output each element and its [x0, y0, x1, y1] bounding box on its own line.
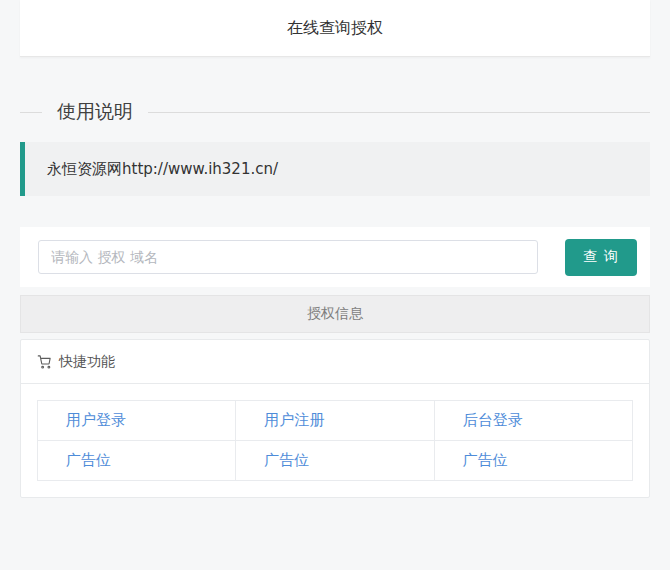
link-admin-login[interactable]: 后台登录 [463, 411, 523, 429]
heading-divider-right [148, 112, 650, 113]
table-cell: 广告位 [434, 441, 632, 481]
top-bar: 在线查询授权 [20, 0, 650, 57]
quick-functions-card: 快捷功能 用户登录 用户注册 后台登录 广告位 广告位 广告位 [20, 339, 650, 498]
table-cell: 后台登录 [434, 401, 632, 441]
table-cell: 广告位 [236, 441, 434, 481]
link-user-login[interactable]: 用户登录 [66, 411, 126, 429]
heading-divider-left [20, 112, 42, 113]
table-row: 用户登录 用户注册 后台登录 [38, 401, 633, 441]
auth-info-bar: 授权信息 [20, 295, 650, 333]
page-container: 在线查询授权 使用说明 永恒资源网http://www.ih321.cn/ 查 … [20, 0, 650, 498]
query-button[interactable]: 查 询 [565, 239, 637, 276]
notice-box: 永恒资源网http://www.ih321.cn/ [20, 142, 650, 196]
table-cell: 用户注册 [236, 401, 434, 441]
usage-heading-label: 使用说明 [57, 99, 133, 125]
quick-functions-body: 用户登录 用户注册 后台登录 广告位 广告位 广告位 [21, 384, 649, 497]
link-ad-slot-3[interactable]: 广告位 [463, 451, 508, 469]
notice-text: 永恒资源网http://www.ih321.cn/ [47, 160, 278, 179]
table-cell: 广告位 [38, 441, 236, 481]
page-title: 在线查询授权 [287, 18, 383, 39]
table-cell: 用户登录 [38, 401, 236, 441]
cart-icon [37, 354, 52, 369]
quick-functions-header: 快捷功能 [21, 340, 649, 384]
domain-search-input[interactable] [38, 240, 538, 274]
auth-info-label: 授权信息 [307, 305, 363, 323]
usage-section-heading: 使用说明 [20, 99, 650, 125]
table-row: 广告位 广告位 广告位 [38, 441, 633, 481]
search-panel: 查 询 [20, 227, 650, 287]
link-user-register[interactable]: 用户注册 [264, 411, 324, 429]
quick-links-table: 用户登录 用户注册 后台登录 广告位 广告位 广告位 [37, 400, 633, 481]
quick-functions-title: 快捷功能 [59, 353, 115, 371]
link-ad-slot-1[interactable]: 广告位 [66, 451, 111, 469]
link-ad-slot-2[interactable]: 广告位 [264, 451, 309, 469]
